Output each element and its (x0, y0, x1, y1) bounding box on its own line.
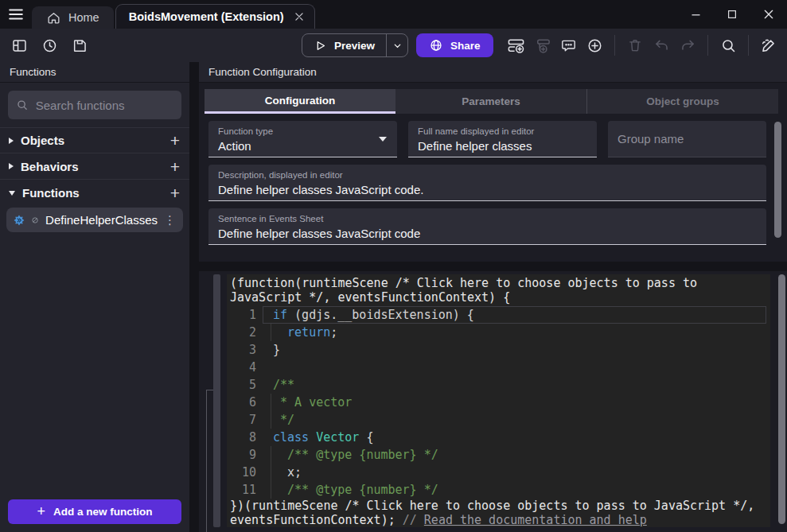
private-slash-icon (31, 214, 39, 227)
group-name-field[interactable]: Group name (608, 121, 766, 157)
line-content[interactable]: * A vector (268, 394, 766, 411)
tab-home[interactable]: Home (32, 6, 114, 29)
search-button[interactable] (718, 35, 738, 56)
add-subevent-icon (533, 37, 551, 55)
code-line[interactable]: 11 /** @type {number} */ (230, 481, 767, 499)
add-behavior-button[interactable]: + (170, 158, 180, 175)
form-scrollbar[interactable] (774, 122, 781, 238)
edit-pen-icon (760, 37, 777, 54)
line-content[interactable]: /** @type {number} */ (268, 481, 766, 499)
search-icon (720, 37, 737, 54)
documentation-link[interactable]: Read the documentation and help (424, 513, 647, 527)
sentence-field[interactable]: Sentence in Events Sheet Define helper c… (208, 208, 766, 245)
select-caret-icon (379, 137, 387, 142)
function-configuration-panel: Function Configuration Configuration Par… (199, 62, 787, 532)
code-line[interactable]: 2 return; (230, 324, 767, 341)
add-object-button[interactable]: + (170, 132, 180, 149)
search-functions-input[interactable] (36, 99, 173, 112)
share-button[interactable]: Share (416, 33, 493, 57)
chevron-down-icon[interactable] (9, 191, 15, 196)
sidebar-section-functions[interactable]: Functions + (0, 180, 189, 206)
edit-code-button[interactable] (758, 35, 779, 56)
line-number: 8 (230, 429, 268, 446)
code-line[interactable]: 5/** (230, 376, 767, 394)
minimize-icon (690, 9, 702, 21)
preview-options-button[interactable] (387, 34, 407, 56)
trash-icon (627, 37, 643, 53)
sidebar-section-objects[interactable]: Objects + (0, 127, 189, 153)
code-line[interactable]: 10 x; (230, 464, 767, 481)
code-footer-line[interactable]: })(runtimeScene /* Click here to choose … (230, 499, 767, 527)
line-content[interactable]: /** @type {number} */ (268, 446, 766, 464)
maximize-icon (727, 9, 738, 20)
save-button[interactable] (72, 37, 88, 54)
line-content[interactable]: } (268, 341, 766, 359)
code-scrollbar[interactable] (778, 274, 785, 524)
window-close-icon (762, 8, 775, 21)
page-body: Functions Objects + Behaviors + Function… (0, 62, 787, 532)
chevron-right-icon[interactable] (9, 163, 14, 169)
redo-button[interactable] (677, 35, 698, 56)
field-placeholder: Group name (618, 132, 684, 146)
line-number: 2 (230, 324, 268, 341)
code-line[interactable]: 3} (230, 341, 767, 359)
line-content[interactable] (268, 359, 766, 376)
description-field[interactable]: Description, displayed in editor Define … (208, 165, 766, 201)
window-close-button[interactable] (750, 0, 787, 29)
line-content[interactable]: */ (268, 411, 766, 429)
line-number: 4 (230, 359, 268, 376)
line-number: 5 (230, 376, 268, 394)
comment-icon (560, 37, 577, 54)
circle-plus-icon (586, 37, 603, 54)
tab-configuration[interactable]: Configuration (205, 89, 395, 114)
window-minimize-button[interactable] (677, 0, 714, 29)
code-line[interactable]: 6 * A vector (230, 394, 767, 411)
function-item-selected[interactable]: DefineHelperClasses ⋮ (6, 208, 183, 232)
section-label: Functions (22, 186, 80, 200)
add-new-function-button[interactable]: + Add a new function (8, 499, 181, 524)
add-element-button[interactable] (584, 35, 605, 56)
add-comment-button[interactable] (558, 35, 579, 56)
add-function-button[interactable]: + (170, 184, 180, 201)
undo-button[interactable] (651, 35, 672, 56)
function-item-menu-button[interactable]: ⋮ (164, 213, 176, 227)
titlebar: Home BoidsMovement (Extension) (0, 0, 787, 29)
tab-parameters[interactable]: Parameters (395, 89, 586, 114)
javascript-code-editor[interactable]: (function(runtimeScene /* Click here to … (227, 274, 770, 527)
line-content[interactable]: return; (268, 324, 766, 341)
line-content[interactable]: if (gdjs.__boidsExtension) { (268, 306, 766, 324)
close-tab-button[interactable] (294, 11, 305, 22)
toolbar-separator (614, 35, 615, 56)
function-type-select[interactable]: Function type Action (208, 121, 397, 157)
toggle-panels-button[interactable] (11, 37, 28, 54)
sidebar-section-behaviors[interactable]: Behaviors + (0, 153, 189, 180)
line-content[interactable]: /** (268, 376, 766, 394)
tab-project[interactable]: BoidsMovement (Extension) (115, 4, 315, 29)
search-functions-box[interactable] (8, 91, 181, 119)
code-line[interactable]: 8class Vector { (230, 429, 767, 446)
preview-button[interactable]: Preview (302, 34, 386, 56)
panels-layout-icon (11, 37, 28, 54)
line-content[interactable]: x; (268, 464, 766, 481)
event-indent-bracket (206, 390, 213, 532)
tab-label: Parameters (462, 95, 520, 107)
line-number: 9 (230, 446, 268, 464)
section-label: Behaviors (21, 160, 79, 173)
redo-icon (680, 37, 696, 54)
code-line[interactable]: 4 (230, 359, 767, 376)
hamburger-menu-button[interactable] (0, 0, 32, 29)
window-maximize-button[interactable] (714, 0, 750, 29)
code-line[interactable]: 9 /** @type {number} */ (230, 446, 767, 464)
add-event-button[interactable] (505, 35, 526, 56)
add-subevent-button[interactable] (532, 35, 552, 56)
code-line[interactable]: 1if (gdjs.__boidsExtension) { (230, 306, 767, 324)
code-header-line[interactable]: (function(runtimeScene /* Click here to … (230, 276, 767, 305)
delete-button[interactable] (625, 35, 645, 56)
line-content[interactable]: class Vector { (268, 429, 766, 446)
history-button[interactable] (41, 37, 58, 54)
full-name-field[interactable]: Full name displayed in editor Define hel… (408, 121, 597, 157)
code-line[interactable]: 7 */ (230, 411, 767, 429)
chevron-right-icon[interactable] (9, 138, 14, 144)
event-drag-handle[interactable] (213, 274, 220, 527)
tab-object-groups[interactable]: Object groups (586, 89, 778, 114)
